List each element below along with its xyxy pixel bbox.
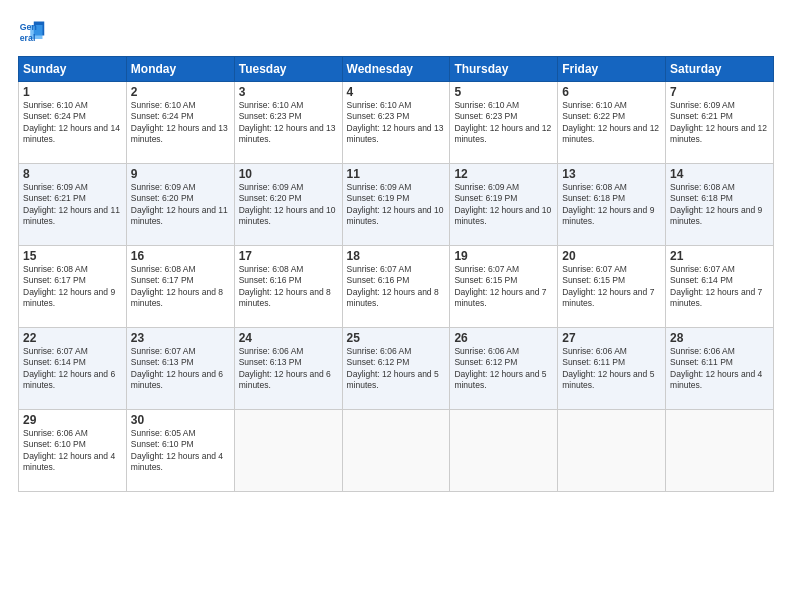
- calendar-cell: 15Sunrise: 6:08 AMSunset: 6:17 PMDayligh…: [19, 246, 127, 328]
- calendar-cell: 17Sunrise: 6:08 AMSunset: 6:16 PMDayligh…: [234, 246, 342, 328]
- calendar-cell: [342, 410, 450, 492]
- day-info: Sunrise: 6:07 AMSunset: 6:15 PMDaylight:…: [562, 264, 661, 310]
- calendar-cell: 12Sunrise: 6:09 AMSunset: 6:19 PMDayligh…: [450, 164, 558, 246]
- calendar-cell: 6Sunrise: 6:10 AMSunset: 6:22 PMDaylight…: [558, 82, 666, 164]
- day-info: Sunrise: 6:08 AMSunset: 6:16 PMDaylight:…: [239, 264, 338, 310]
- calendar-cell: 25Sunrise: 6:06 AMSunset: 6:12 PMDayligh…: [342, 328, 450, 410]
- day-info: Sunrise: 6:09 AMSunset: 6:21 PMDaylight:…: [670, 100, 769, 146]
- day-info: Sunrise: 6:10 AMSunset: 6:23 PMDaylight:…: [239, 100, 338, 146]
- day-number: 10: [239, 167, 338, 181]
- weekday-header-tuesday: Tuesday: [234, 57, 342, 82]
- calendar-cell: 10Sunrise: 6:09 AMSunset: 6:20 PMDayligh…: [234, 164, 342, 246]
- day-number: 6: [562, 85, 661, 99]
- calendar-cell: [234, 410, 342, 492]
- day-info: Sunrise: 6:07 AMSunset: 6:13 PMDaylight:…: [131, 346, 230, 392]
- day-number: 25: [347, 331, 446, 345]
- day-info: Sunrise: 6:07 AMSunset: 6:14 PMDaylight:…: [670, 264, 769, 310]
- day-info: Sunrise: 6:05 AMSunset: 6:10 PMDaylight:…: [131, 428, 230, 474]
- calendar-week-5: 29Sunrise: 6:06 AMSunset: 6:10 PMDayligh…: [19, 410, 774, 492]
- day-info: Sunrise: 6:10 AMSunset: 6:22 PMDaylight:…: [562, 100, 661, 146]
- day-number: 4: [347, 85, 446, 99]
- calendar-cell: 29Sunrise: 6:06 AMSunset: 6:10 PMDayligh…: [19, 410, 127, 492]
- day-info: Sunrise: 6:08 AMSunset: 6:18 PMDaylight:…: [670, 182, 769, 228]
- day-number: 20: [562, 249, 661, 263]
- day-info: Sunrise: 6:09 AMSunset: 6:21 PMDaylight:…: [23, 182, 122, 228]
- day-number: 12: [454, 167, 553, 181]
- header: Gen eral: [18, 18, 774, 46]
- calendar-cell: 19Sunrise: 6:07 AMSunset: 6:15 PMDayligh…: [450, 246, 558, 328]
- weekday-header-saturday: Saturday: [666, 57, 774, 82]
- weekday-header-monday: Monday: [126, 57, 234, 82]
- calendar-cell: 30Sunrise: 6:05 AMSunset: 6:10 PMDayligh…: [126, 410, 234, 492]
- day-info: Sunrise: 6:09 AMSunset: 6:20 PMDaylight:…: [131, 182, 230, 228]
- svg-text:Gen: Gen: [20, 22, 37, 32]
- day-info: Sunrise: 6:09 AMSunset: 6:19 PMDaylight:…: [454, 182, 553, 228]
- day-number: 2: [131, 85, 230, 99]
- weekday-header-thursday: Thursday: [450, 57, 558, 82]
- calendar-cell: 11Sunrise: 6:09 AMSunset: 6:19 PMDayligh…: [342, 164, 450, 246]
- day-number: 9: [131, 167, 230, 181]
- calendar-cell: 14Sunrise: 6:08 AMSunset: 6:18 PMDayligh…: [666, 164, 774, 246]
- day-number: 15: [23, 249, 122, 263]
- calendar-week-2: 8Sunrise: 6:09 AMSunset: 6:21 PMDaylight…: [19, 164, 774, 246]
- weekday-header-friday: Friday: [558, 57, 666, 82]
- day-number: 27: [562, 331, 661, 345]
- calendar-cell: 18Sunrise: 6:07 AMSunset: 6:16 PMDayligh…: [342, 246, 450, 328]
- day-number: 11: [347, 167, 446, 181]
- day-info: Sunrise: 6:09 AMSunset: 6:20 PMDaylight:…: [239, 182, 338, 228]
- day-number: 28: [670, 331, 769, 345]
- day-info: Sunrise: 6:10 AMSunset: 6:24 PMDaylight:…: [23, 100, 122, 146]
- day-info: Sunrise: 6:10 AMSunset: 6:23 PMDaylight:…: [454, 100, 553, 146]
- calendar-cell: 21Sunrise: 6:07 AMSunset: 6:14 PMDayligh…: [666, 246, 774, 328]
- calendar-cell: 27Sunrise: 6:06 AMSunset: 6:11 PMDayligh…: [558, 328, 666, 410]
- day-number: 22: [23, 331, 122, 345]
- calendar-table: SundayMondayTuesdayWednesdayThursdayFrid…: [18, 56, 774, 492]
- calendar-cell: 23Sunrise: 6:07 AMSunset: 6:13 PMDayligh…: [126, 328, 234, 410]
- day-info: Sunrise: 6:06 AMSunset: 6:12 PMDaylight:…: [347, 346, 446, 392]
- day-number: 30: [131, 413, 230, 427]
- day-info: Sunrise: 6:07 AMSunset: 6:16 PMDaylight:…: [347, 264, 446, 310]
- calendar-week-3: 15Sunrise: 6:08 AMSunset: 6:17 PMDayligh…: [19, 246, 774, 328]
- calendar-cell: 5Sunrise: 6:10 AMSunset: 6:23 PMDaylight…: [450, 82, 558, 164]
- day-info: Sunrise: 6:07 AMSunset: 6:15 PMDaylight:…: [454, 264, 553, 310]
- weekday-header-row: SundayMondayTuesdayWednesdayThursdayFrid…: [19, 57, 774, 82]
- day-info: Sunrise: 6:10 AMSunset: 6:23 PMDaylight:…: [347, 100, 446, 146]
- day-number: 16: [131, 249, 230, 263]
- calendar-cell: 4Sunrise: 6:10 AMSunset: 6:23 PMDaylight…: [342, 82, 450, 164]
- calendar-cell: 3Sunrise: 6:10 AMSunset: 6:23 PMDaylight…: [234, 82, 342, 164]
- day-number: 26: [454, 331, 553, 345]
- day-info: Sunrise: 6:10 AMSunset: 6:24 PMDaylight:…: [131, 100, 230, 146]
- day-info: Sunrise: 6:08 AMSunset: 6:17 PMDaylight:…: [131, 264, 230, 310]
- calendar-cell: [558, 410, 666, 492]
- day-number: 1: [23, 85, 122, 99]
- day-number: 7: [670, 85, 769, 99]
- day-number: 5: [454, 85, 553, 99]
- calendar-cell: 9Sunrise: 6:09 AMSunset: 6:20 PMDaylight…: [126, 164, 234, 246]
- day-number: 23: [131, 331, 230, 345]
- day-info: Sunrise: 6:08 AMSunset: 6:18 PMDaylight:…: [562, 182, 661, 228]
- calendar-cell: 28Sunrise: 6:06 AMSunset: 6:11 PMDayligh…: [666, 328, 774, 410]
- day-number: 29: [23, 413, 122, 427]
- calendar-cell: 20Sunrise: 6:07 AMSunset: 6:15 PMDayligh…: [558, 246, 666, 328]
- calendar-body: 1Sunrise: 6:10 AMSunset: 6:24 PMDaylight…: [19, 82, 774, 492]
- calendar-cell: 22Sunrise: 6:07 AMSunset: 6:14 PMDayligh…: [19, 328, 127, 410]
- logo: Gen eral: [18, 18, 50, 46]
- calendar-cell: 26Sunrise: 6:06 AMSunset: 6:12 PMDayligh…: [450, 328, 558, 410]
- day-info: Sunrise: 6:06 AMSunset: 6:11 PMDaylight:…: [562, 346, 661, 392]
- weekday-header-wednesday: Wednesday: [342, 57, 450, 82]
- day-number: 3: [239, 85, 338, 99]
- calendar-cell: 2Sunrise: 6:10 AMSunset: 6:24 PMDaylight…: [126, 82, 234, 164]
- day-number: 19: [454, 249, 553, 263]
- day-number: 8: [23, 167, 122, 181]
- calendar-cell: 13Sunrise: 6:08 AMSunset: 6:18 PMDayligh…: [558, 164, 666, 246]
- day-number: 24: [239, 331, 338, 345]
- day-info: Sunrise: 6:06 AMSunset: 6:12 PMDaylight:…: [454, 346, 553, 392]
- calendar-cell: [666, 410, 774, 492]
- calendar-cell: 24Sunrise: 6:06 AMSunset: 6:13 PMDayligh…: [234, 328, 342, 410]
- calendar-cell: 7Sunrise: 6:09 AMSunset: 6:21 PMDaylight…: [666, 82, 774, 164]
- day-info: Sunrise: 6:06 AMSunset: 6:13 PMDaylight:…: [239, 346, 338, 392]
- day-number: 21: [670, 249, 769, 263]
- day-info: Sunrise: 6:07 AMSunset: 6:14 PMDaylight:…: [23, 346, 122, 392]
- day-number: 13: [562, 167, 661, 181]
- calendar-cell: 8Sunrise: 6:09 AMSunset: 6:21 PMDaylight…: [19, 164, 127, 246]
